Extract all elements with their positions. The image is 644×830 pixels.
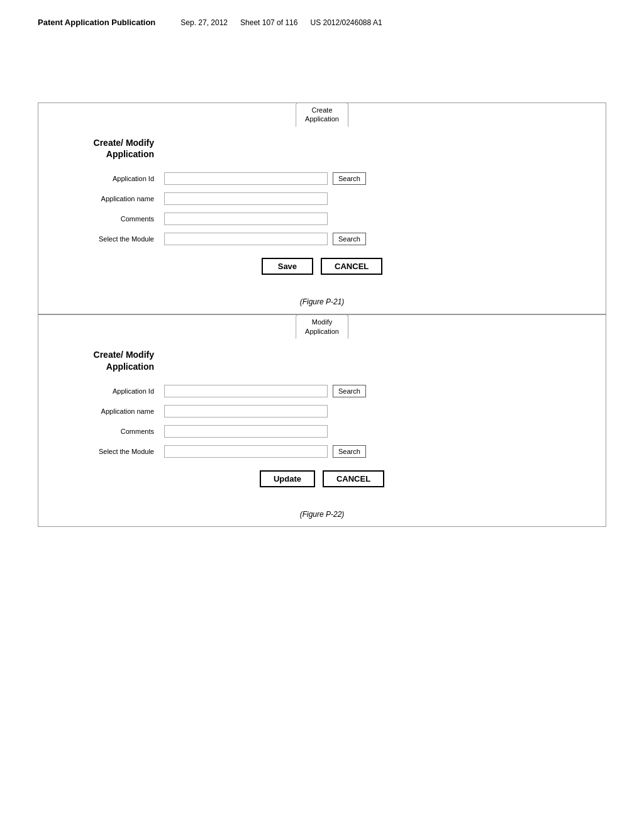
- comments-field-area-2: [164, 425, 580, 438]
- app-id-row-2: Application Id Search: [64, 385, 580, 397]
- panel2-heading: Create/ Modify Application: [64, 349, 164, 372]
- create-application-panel: Create Application Create/ Modify Applic…: [38, 102, 606, 314]
- app-name-label-2: Application name: [64, 407, 164, 415]
- comments-input-1[interactable]: [164, 213, 328, 225]
- comments-row-1: Comments: [64, 213, 580, 225]
- patent-number: US 2012/0246088 A1: [310, 18, 382, 27]
- publication-title: Patent Application Publication: [38, 18, 155, 27]
- comments-label-2: Comments: [64, 428, 164, 435]
- main-content: Create Application Create/ Modify Applic…: [0, 27, 644, 527]
- cancel-button-2[interactable]: CANCEL: [323, 470, 384, 487]
- header-meta: Sep. 27, 2012 Sheet 107 of 116 US 2012/0…: [180, 18, 382, 27]
- app-name-row-2: Application name: [64, 405, 580, 418]
- comments-input-2[interactable]: [164, 425, 328, 438]
- figure-p21-caption: (Figure P-21): [38, 292, 606, 314]
- select-module-search-btn-2[interactable]: Search: [333, 445, 366, 458]
- update-button[interactable]: Update: [260, 470, 315, 487]
- panel2-content: Create/ Modify Application Application I…: [38, 315, 606, 504]
- app-id-input-2[interactable]: [164, 385, 328, 397]
- panel2-btn-row: Update CANCEL: [64, 470, 580, 487]
- pub-date: Sep. 27, 2012: [180, 18, 228, 27]
- select-module-field-area-2: Search: [164, 445, 580, 458]
- select-module-row-2: Select the Module Search: [64, 445, 580, 458]
- select-module-row-1: Select the Module Search: [64, 233, 580, 245]
- app-name-row-1: Application name: [64, 192, 580, 205]
- select-module-input-2[interactable]: [164, 445, 328, 458]
- comments-label-1: Comments: [64, 215, 164, 223]
- app-id-row-1: Application Id Search: [64, 172, 580, 185]
- app-id-field-area-2: Search: [164, 385, 580, 397]
- app-name-input-1[interactable]: [164, 192, 328, 205]
- create-application-tab[interactable]: Create Application: [296, 102, 348, 127]
- app-id-input-1[interactable]: [164, 172, 328, 185]
- sheet-info: Sheet 107 of 116: [240, 18, 297, 27]
- figure-p22-caption: (Figure P-22): [38, 505, 606, 526]
- app-id-search-btn-1[interactable]: Search: [333, 172, 366, 185]
- cancel-button-1[interactable]: CANCEL: [321, 258, 382, 275]
- select-module-field-area-1: Search: [164, 233, 580, 245]
- app-name-field-area-2: [164, 405, 580, 418]
- app-name-label-1: Application name: [64, 195, 164, 202]
- app-id-field-area-1: Search: [164, 172, 580, 185]
- app-name-field-area-1: [164, 192, 580, 205]
- modify-application-tab[interactable]: Modify Application: [296, 314, 348, 339]
- app-id-label-2: Application Id: [64, 387, 164, 395]
- panel1-heading: Create/ Modify Application: [64, 137, 164, 160]
- app-id-search-btn-2[interactable]: Search: [333, 385, 366, 397]
- select-module-label-1: Select the Module: [64, 235, 164, 243]
- comments-row-2: Comments: [64, 425, 580, 438]
- app-name-input-2[interactable]: [164, 405, 328, 418]
- save-button[interactable]: Save: [262, 258, 313, 275]
- comments-field-area-1: [164, 213, 580, 225]
- select-module-input-1[interactable]: [164, 233, 328, 245]
- panel1-btn-row: Save CANCEL: [64, 258, 580, 275]
- app-id-label-1: Application Id: [64, 175, 164, 182]
- select-module-label-2: Select the Module: [64, 448, 164, 455]
- panel1-content: Create/ Modify Application Application I…: [38, 103, 606, 292]
- select-module-search-btn-1[interactable]: Search: [333, 233, 366, 245]
- modify-application-panel: Modify Application Create/ Modify Applic…: [38, 314, 606, 526]
- page-header: Patent Application Publication Sep. 27, …: [0, 0, 644, 27]
